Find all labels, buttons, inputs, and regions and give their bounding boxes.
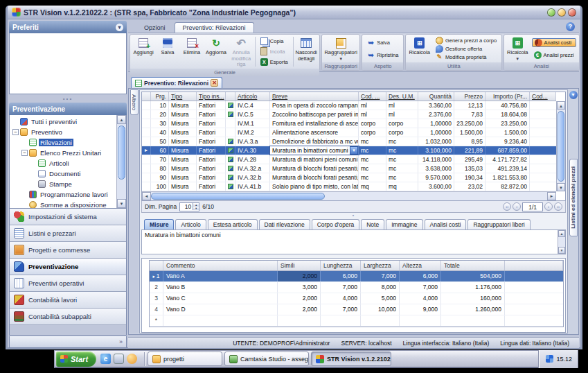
col-importo[interactable]: Importo (Pr... bbox=[485, 92, 530, 101]
tray-network-icon[interactable] bbox=[546, 355, 553, 363]
document-tab[interactable]: Preventivo: Rilevazioni ✕ bbox=[131, 77, 222, 88]
albero-tab[interactable]: Albero bbox=[130, 89, 139, 115]
vscroll-thumb[interactable] bbox=[558, 111, 564, 182]
browser-icon[interactable]: e bbox=[100, 354, 111, 364]
task-button[interactable]: STR Vision v.1.2.2102... bbox=[311, 352, 391, 366]
detail-tab[interactable]: Misure bbox=[144, 219, 174, 229]
col-articolo[interactable]: Articolo bbox=[235, 92, 270, 101]
task-button[interactable]: progetti bbox=[148, 352, 222, 366]
module-nav-item[interactable]: Contabilità subappalti bbox=[10, 309, 126, 325]
tree-item[interactable]: Preventivo bbox=[11, 127, 115, 137]
col-altezza[interactable]: Altezza bbox=[400, 261, 441, 270]
tree-scroll-thumb[interactable] bbox=[118, 125, 125, 180]
restore-button[interactable] bbox=[558, 8, 566, 17]
grid-row[interactable]: 80 Misura Fattori IV.A.32.a Muratura di … bbox=[142, 164, 556, 173]
grid-row[interactable]: 10 Misura Fattori IV.C.4 Posa in opera d… bbox=[142, 101, 556, 110]
modifica-proprieta-button[interactable]: ✎ Modifica proprietà bbox=[434, 53, 499, 61]
scroll-left-icon[interactable]: ◄ bbox=[142, 192, 151, 200]
tree-expander-icon[interactable] bbox=[12, 129, 19, 135]
tree-expander-icon[interactable] bbox=[21, 202, 28, 208]
detail-tab[interactable]: Immagine bbox=[386, 219, 422, 229]
col-larghezza[interactable]: Larghezza bbox=[361, 261, 400, 270]
chevron-down-icon[interactable]: ▾ bbox=[116, 24, 123, 31]
detail-tab[interactable]: Estesa articolo bbox=[208, 219, 258, 229]
col-quantita[interactable]: Quantità bbox=[418, 92, 454, 101]
detail-tab[interactable]: Corpo d'opera bbox=[312, 219, 360, 229]
grid-row[interactable]: 90 Misura Fattori IV.A.32.b Muratura di … bbox=[142, 173, 556, 182]
col-tipo-ins[interactable]: Tipo ins... bbox=[197, 92, 226, 101]
col-tipo[interactable]: Tipo bbox=[169, 92, 197, 101]
detail-tab[interactable]: Raggruppatori liberi bbox=[467, 219, 530, 229]
grid-row[interactable]: 30 Misura Fattori IV.M.1 Fornitura ed in… bbox=[142, 119, 556, 128]
scroll-down-icon[interactable]: ▼ bbox=[558, 247, 565, 254]
titlebar[interactable]: STR Vision v.1.2.21022.2 : (STR spa, Fab… bbox=[8, 6, 580, 19]
first-page-icon[interactable]: ‹‹ bbox=[503, 202, 511, 211]
scroll-up-icon[interactable]: ▲ bbox=[117, 115, 126, 124]
tree-expander-icon[interactable] bbox=[21, 150, 28, 156]
tree-item[interactable]: Articoli bbox=[11, 158, 115, 168]
col-simili[interactable]: Simili bbox=[278, 261, 321, 270]
detail-tab[interactable]: Analisi costi bbox=[425, 219, 467, 229]
analisi-ricalcola-button[interactable]: ⊞ Ricalcola ▼ bbox=[506, 35, 529, 62]
ricalcola-button[interactable]: ⊞ Ricalcola bbox=[407, 35, 431, 62]
tab-preventivo-rilevazioni[interactable]: Preventivo: Rilevazioni bbox=[175, 22, 254, 33]
grid-row[interactable]: 70 Misura Fattori IV.A.28 Muratura di ma… bbox=[142, 155, 556, 164]
copia-button[interactable]: Copia bbox=[258, 37, 290, 45]
scroll-up-icon[interactable]: ▲ bbox=[558, 230, 565, 237]
detail-tab[interactable]: Articolo bbox=[175, 219, 206, 229]
module-nav-item[interactable]: Contabilità lavori bbox=[10, 292, 126, 309]
close-doc-icon[interactable]: ✕ bbox=[211, 79, 218, 87]
salva-button[interactable]: Salva bbox=[156, 35, 179, 68]
analisi-costi-button[interactable]: Analisi costi bbox=[532, 38, 576, 47]
tree-expander-icon[interactable] bbox=[21, 191, 28, 198]
dock-footer[interactable]: » bbox=[9, 336, 127, 348]
misure-row[interactable]: 2 Vano B 3,000 7,000 8,000 7,000 1.176,0… bbox=[150, 282, 563, 293]
col-prezzo[interactable]: Prezzo bbox=[454, 92, 485, 101]
tree-expander-icon[interactable] bbox=[30, 171, 37, 177]
col-breve[interactable]: Breve bbox=[270, 92, 359, 101]
tree-item[interactable]: Stampe bbox=[11, 179, 115, 189]
close-button[interactable] bbox=[568, 8, 576, 17]
next-page-icon[interactable]: › bbox=[544, 202, 553, 211]
detail-tab[interactable]: Dati rilevazione bbox=[259, 219, 310, 229]
tree-expander-icon[interactable] bbox=[12, 119, 19, 125]
help-icon[interactable]: ? bbox=[566, 22, 575, 31]
col-lunghezza[interactable]: Lunghezza bbox=[321, 261, 361, 270]
show-desktop-icon[interactable] bbox=[114, 354, 124, 364]
misure-row[interactable]: 4 Vano D 2,000 7,000 10,000 9,000 1.260,… bbox=[150, 304, 563, 315]
grid-vscrollbar[interactable]: ▲ ▼ bbox=[556, 101, 565, 191]
tree-scrollbar[interactable]: ▲ ▼ bbox=[116, 115, 126, 208]
tree-item[interactable]: Tutti i preventivi bbox=[11, 116, 115, 127]
messenger-icon[interactable] bbox=[127, 354, 137, 364]
aspetto-salva-button[interactable]: ➥ Salva bbox=[365, 39, 400, 46]
analisi-prezzi-button[interactable]: € Analisi prezzi bbox=[532, 51, 576, 59]
grid-row[interactable]: 100 Misura Fattori IV.A.41.b Solaio pian… bbox=[142, 182, 556, 191]
col-commento[interactable]: Commento bbox=[163, 261, 278, 270]
dock-splitter[interactable]: ••• bbox=[9, 94, 127, 103]
prev-page-icon[interactable]: ‹ bbox=[513, 202, 521, 211]
tree-expander-icon[interactable] bbox=[30, 160, 37, 166]
genera-prezzi-a-corpo-button[interactable]: Genera prezzi a corpo bbox=[434, 37, 499, 44]
chevrons-right-icon[interactable]: » bbox=[119, 338, 123, 345]
page-size-spinner[interactable]: 10 ▲▼ bbox=[179, 202, 199, 211]
elimina-button[interactable]: Elimina bbox=[180, 35, 204, 68]
preferiti-header[interactable]: Preferiti ▾ bbox=[9, 21, 127, 33]
hscroll-thumb[interactable] bbox=[151, 193, 325, 200]
aggiorna-button[interactable]: ↻ Aggiorna bbox=[204, 35, 228, 68]
tab-opzioni[interactable]: Opzioni bbox=[136, 23, 173, 33]
incolla-button[interactable]: Incolla bbox=[258, 48, 290, 55]
grid-row[interactable]: 60 Misura Fattori IV.A.30 Muratura in bi… bbox=[142, 146, 556, 155]
tree-item[interactable]: Somme a disposizione bbox=[11, 200, 115, 209]
module-nav-item[interactable]: Preventivi operativi bbox=[10, 275, 126, 292]
scroll-up-icon[interactable]: ▲ bbox=[557, 101, 565, 110]
gestione-offerta-button[interactable]: Gestione offerta bbox=[434, 45, 499, 53]
col-totale[interactable]: Totale bbox=[441, 261, 505, 270]
module-nav-item[interactable]: Listini e prezzari bbox=[10, 225, 126, 242]
grid-row[interactable]: 50 Misura Fattori IV.A.3.a Demolizione d… bbox=[142, 137, 556, 146]
raggruppatori-button[interactable]: Raggruppatori ▼ bbox=[323, 35, 358, 62]
misure-row[interactable]: 1 Vano A 2,000 6,000 7,000 6,000 504,000 bbox=[150, 271, 563, 282]
tree-item[interactable]: Programmazione lavori bbox=[11, 189, 115, 200]
tree-item[interactable]: Elenco Prezzi Unitari bbox=[11, 148, 115, 158]
grid-row[interactable]: 40 Misura Fattori IV.M.2 Alimentazione a… bbox=[142, 128, 556, 137]
misure-row[interactable]: * bbox=[150, 315, 563, 327]
